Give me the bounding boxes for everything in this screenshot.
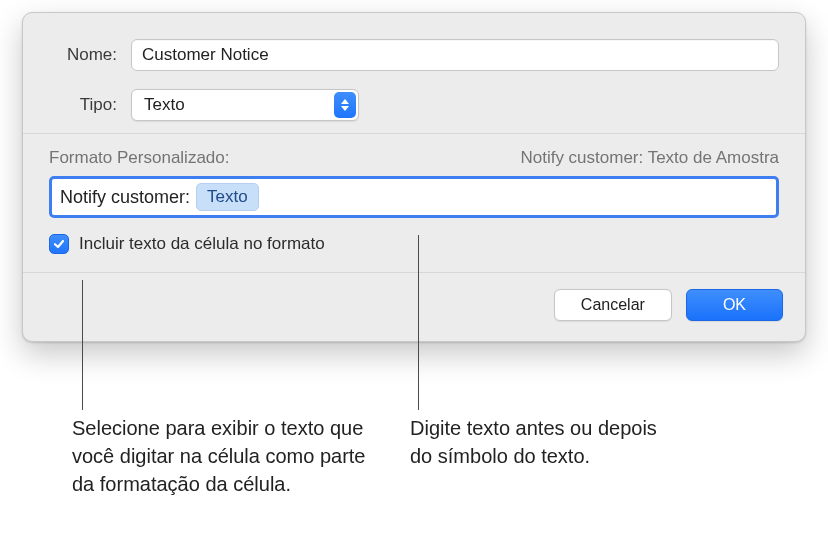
type-select[interactable]: Texto — [131, 89, 359, 121]
name-row: Nome: — [49, 39, 779, 71]
text-token-pill[interactable]: Texto — [196, 183, 259, 211]
callout-text-right: Digite texto antes ou depois do símbolo … — [410, 414, 660, 470]
custom-format-dialog: Nome: Tipo: Texto Formato Personalizado:… — [22, 12, 806, 342]
format-header: Formato Personalizado: Notify customer: … — [49, 148, 779, 168]
ok-button[interactable]: OK — [686, 289, 783, 321]
callout-line — [82, 280, 83, 410]
chevron-up-icon — [341, 99, 349, 104]
format-preview: Notify customer: Texto de Amostra — [520, 148, 779, 168]
name-input[interactable] — [131, 39, 779, 71]
type-label: Tipo: — [49, 95, 117, 115]
callout-line — [418, 235, 419, 410]
format-label: Formato Personalizado: — [49, 148, 229, 168]
check-icon — [52, 237, 66, 251]
format-token-field[interactable]: Notify customer: Texto — [49, 176, 779, 218]
callout-text-left: Selecione para exibir o texto que você d… — [72, 414, 382, 498]
include-cell-text-label: Incluir texto da célula no formato — [79, 234, 325, 254]
dialog-top-section: Nome: Tipo: Texto — [23, 13, 805, 133]
name-label: Nome: — [49, 45, 117, 65]
button-bar: Cancelar OK — [23, 273, 805, 341]
cancel-button[interactable]: Cancelar — [554, 289, 672, 321]
include-cell-text-checkbox[interactable] — [49, 234, 69, 254]
chevron-down-icon — [341, 106, 349, 111]
format-prefix-text: Notify customer: — [58, 187, 190, 208]
type-select-value: Texto — [131, 89, 359, 121]
updown-icon — [334, 92, 356, 118]
include-cell-text-row: Incluir texto da célula no formato — [49, 234, 779, 272]
dialog-mid-section: Formato Personalizado: Notify customer: … — [23, 134, 805, 272]
type-row: Tipo: Texto — [49, 89, 779, 121]
